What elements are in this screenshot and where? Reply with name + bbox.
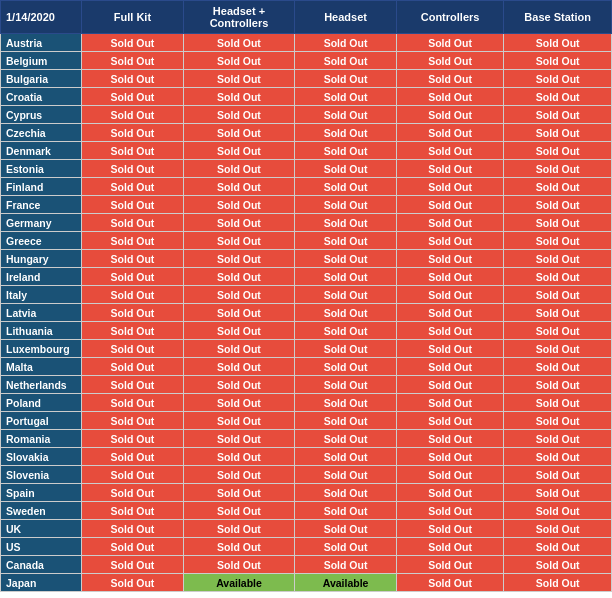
table-row: SwedenSold OutSold OutSold OutSold OutSo… [1, 502, 612, 520]
country-cell: Germany [1, 214, 82, 232]
controllers-cell: Sold Out [396, 142, 504, 160]
headset-controllers-cell: Available [183, 574, 295, 592]
headset-controllers-cell: Sold Out [183, 340, 295, 358]
headset-cell: Sold Out [295, 286, 396, 304]
basestation-cell: Sold Out [504, 574, 612, 592]
country-cell: Portugal [1, 412, 82, 430]
country-cell: Belgium [1, 52, 82, 70]
country-cell: Malta [1, 358, 82, 376]
controllers-cell: Sold Out [396, 34, 504, 52]
table-row: IrelandSold OutSold OutSold OutSold OutS… [1, 268, 612, 286]
headset-cell: Sold Out [295, 538, 396, 556]
basestation-cell: Sold Out [504, 484, 612, 502]
headset-controllers-cell: Sold Out [183, 70, 295, 88]
table-row: PolandSold OutSold OutSold OutSold OutSo… [1, 394, 612, 412]
headset-controllers-cell: Sold Out [183, 286, 295, 304]
fullkit-cell: Sold Out [82, 88, 183, 106]
table-row: CanadaSold OutSold OutSold OutSold OutSo… [1, 556, 612, 574]
headset-cell: Sold Out [295, 196, 396, 214]
fullkit-cell: Sold Out [82, 70, 183, 88]
table-row: MaltaSold OutSold OutSold OutSold OutSol… [1, 358, 612, 376]
controllers-cell: Sold Out [396, 268, 504, 286]
headset-cell: Sold Out [295, 160, 396, 178]
country-cell: US [1, 538, 82, 556]
headset-controllers-cell: Sold Out [183, 538, 295, 556]
table-row: BulgariaSold OutSold OutSold OutSold Out… [1, 70, 612, 88]
headset-cell: Sold Out [295, 376, 396, 394]
basestation-cell: Sold Out [504, 142, 612, 160]
controllers-cell: Sold Out [396, 412, 504, 430]
header-basestation: Base Station [504, 1, 612, 34]
controllers-cell: Sold Out [396, 214, 504, 232]
controllers-cell: Sold Out [396, 88, 504, 106]
headset-controllers-cell: Sold Out [183, 250, 295, 268]
controllers-cell: Sold Out [396, 160, 504, 178]
fullkit-cell: Sold Out [82, 196, 183, 214]
table-row: USSold OutSold OutSold OutSold OutSold O… [1, 538, 612, 556]
headset-cell: Sold Out [295, 268, 396, 286]
headset-controllers-cell: Sold Out [183, 502, 295, 520]
fullkit-cell: Sold Out [82, 178, 183, 196]
headset-cell: Sold Out [295, 214, 396, 232]
controllers-cell: Sold Out [396, 196, 504, 214]
basestation-cell: Sold Out [504, 232, 612, 250]
fullkit-cell: Sold Out [82, 448, 183, 466]
fullkit-cell: Sold Out [82, 538, 183, 556]
controllers-cell: Sold Out [396, 106, 504, 124]
availability-table: 1/14/2020 Full Kit Headset + Controllers… [0, 0, 612, 592]
headset-cell: Sold Out [295, 520, 396, 538]
country-cell: Cyprus [1, 106, 82, 124]
headset-cell: Sold Out [295, 448, 396, 466]
table-row: CroatiaSold OutSold OutSold OutSold OutS… [1, 88, 612, 106]
headset-cell: Sold Out [295, 466, 396, 484]
controllers-cell: Sold Out [396, 70, 504, 88]
table-row: NetherlandsSold OutSold OutSold OutSold … [1, 376, 612, 394]
basestation-cell: Sold Out [504, 124, 612, 142]
headset-controllers-cell: Sold Out [183, 430, 295, 448]
fullkit-cell: Sold Out [82, 124, 183, 142]
headset-cell: Sold Out [295, 394, 396, 412]
header-headset-controllers: Headset + Controllers [183, 1, 295, 34]
basestation-cell: Sold Out [504, 412, 612, 430]
headset-controllers-cell: Sold Out [183, 376, 295, 394]
table-row: SlovakiaSold OutSold OutSold OutSold Out… [1, 448, 612, 466]
controllers-cell: Sold Out [396, 340, 504, 358]
basestation-cell: Sold Out [504, 268, 612, 286]
header-fullkit: Full Kit [82, 1, 183, 34]
fullkit-cell: Sold Out [82, 286, 183, 304]
controllers-cell: Sold Out [396, 502, 504, 520]
basestation-cell: Sold Out [504, 466, 612, 484]
basestation-cell: Sold Out [504, 34, 612, 52]
table-row: AustriaSold OutSold OutSold OutSold OutS… [1, 34, 612, 52]
controllers-cell: Sold Out [396, 448, 504, 466]
headset-cell: Sold Out [295, 124, 396, 142]
basestation-cell: Sold Out [504, 106, 612, 124]
controllers-cell: Sold Out [396, 178, 504, 196]
fullkit-cell: Sold Out [82, 358, 183, 376]
table-row: BelgiumSold OutSold OutSold OutSold OutS… [1, 52, 612, 70]
fullkit-cell: Sold Out [82, 430, 183, 448]
fullkit-cell: Sold Out [82, 34, 183, 52]
fullkit-cell: Sold Out [82, 466, 183, 484]
table-row: ItalySold OutSold OutSold OutSold OutSol… [1, 286, 612, 304]
headset-controllers-cell: Sold Out [183, 34, 295, 52]
headset-controllers-cell: Sold Out [183, 232, 295, 250]
table-row: JapanSold OutAvailableAvailableSold OutS… [1, 574, 612, 592]
table-row: DenmarkSold OutSold OutSold OutSold OutS… [1, 142, 612, 160]
headset-controllers-cell: Sold Out [183, 556, 295, 574]
basestation-cell: Sold Out [504, 556, 612, 574]
fullkit-cell: Sold Out [82, 232, 183, 250]
headset-controllers-cell: Sold Out [183, 448, 295, 466]
country-cell: UK [1, 520, 82, 538]
controllers-cell: Sold Out [396, 376, 504, 394]
country-cell: Croatia [1, 88, 82, 106]
country-cell: Luxembourg [1, 340, 82, 358]
country-cell: Italy [1, 286, 82, 304]
fullkit-cell: Sold Out [82, 574, 183, 592]
headset-cell: Sold Out [295, 556, 396, 574]
controllers-cell: Sold Out [396, 430, 504, 448]
table-row: PortugalSold OutSold OutSold OutSold Out… [1, 412, 612, 430]
country-cell: Sweden [1, 502, 82, 520]
fullkit-cell: Sold Out [82, 304, 183, 322]
headset-controllers-cell: Sold Out [183, 52, 295, 70]
